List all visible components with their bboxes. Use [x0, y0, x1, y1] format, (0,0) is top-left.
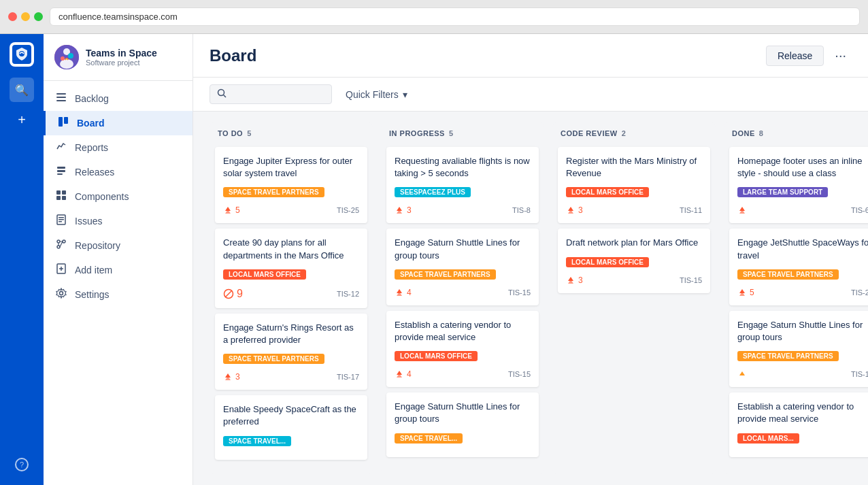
- sidebar-add[interactable]: +: [10, 107, 34, 132]
- card-tag: Space Travel Partners: [395, 269, 496, 280]
- card-meta: TIS-68: [737, 205, 868, 215]
- table-row[interactable]: Draft network plan for Mars Office Local…: [558, 229, 710, 292]
- column-todo-cards: Engage Jupiter Express for outer solar s…: [210, 144, 373, 474]
- column-done-title: DONE: [732, 129, 755, 137]
- nav-org-info: Teams in Space Software project: [86, 48, 157, 67]
- reports-icon: [54, 141, 68, 154]
- nav-items: Backlog Board Reports Releases: [44, 81, 193, 312]
- svg-point-30: [218, 90, 224, 96]
- sidebar-search[interactable]: 🔍: [10, 78, 34, 102]
- table-row[interactable]: Establish a catering vendor to provide m…: [729, 392, 868, 456]
- table-row[interactable]: Requesting avaliable flights is now taki…: [386, 147, 539, 223]
- svg-point-6: [68, 53, 73, 58]
- card-id: TIS-15: [508, 370, 531, 378]
- settings-icon: [54, 288, 68, 301]
- address-bar[interactable]: confluence.teamsinspace.com: [50, 7, 860, 26]
- column-done-cards: Homepage footer uses an inline style - s…: [724, 144, 868, 474]
- svg-rect-10: [59, 117, 63, 127]
- card-id: TIS-15: [680, 276, 702, 284]
- column-todo-count: 5: [247, 129, 252, 137]
- app-logo[interactable]: [10, 42, 34, 67]
- svg-point-23: [57, 240, 60, 243]
- sidebar-item-board[interactable]: Board: [44, 111, 193, 135]
- column-done-header: DONE 8: [724, 122, 868, 144]
- card-tag: Local Mars Office: [223, 269, 306, 280]
- table-row[interactable]: Register with the Mars Ministry of Reven…: [558, 147, 710, 223]
- card-meta: 4 TIS-15: [395, 369, 531, 379]
- svg-rect-20: [59, 217, 64, 218]
- card-priority: 5: [737, 288, 754, 297]
- card-priority: 4: [395, 288, 412, 297]
- card-priority: [737, 205, 747, 215]
- sidebar-item-components[interactable]: Components: [44, 184, 193, 209]
- sidebar-item-releases[interactable]: Releases: [44, 160, 193, 184]
- card-id: TIS-12: [337, 290, 359, 298]
- sidebar-item-settings[interactable]: Settings: [44, 282, 193, 307]
- table-row[interactable]: Create 90 day plans for all departments …: [215, 229, 367, 307]
- svg-rect-22: [59, 221, 62, 222]
- svg-point-4: [60, 59, 73, 69]
- backlog-icon: [54, 92, 68, 105]
- releases-label: Releases: [75, 167, 114, 178]
- filters-bar: Quick Filters ▾: [193, 78, 868, 112]
- table-row[interactable]: Engage Saturn's Rings Resort as a prefer…: [215, 314, 367, 390]
- svg-rect-7: [56, 93, 66, 95]
- sidebar-help[interactable]: ?: [10, 452, 34, 477]
- more-options-button[interactable]: ···: [829, 45, 852, 66]
- maximize-button[interactable]: [34, 12, 43, 21]
- sidebar-item-reports[interactable]: Reports: [44, 135, 193, 160]
- sidebar-item-backlog[interactable]: Backlog: [44, 86, 193, 111]
- priority-count: 9: [237, 288, 243, 300]
- search-input[interactable]: [231, 89, 324, 100]
- sidebar-item-repository[interactable]: Repository: [44, 233, 193, 258]
- card-tag: Large Team Support: [737, 187, 828, 197]
- repository-icon: [54, 239, 68, 252]
- nav-header: Teams in Space Software project: [44, 34, 193, 81]
- org-name: Teams in Space: [86, 48, 157, 58]
- releases-icon: [54, 165, 68, 179]
- settings-label: Settings: [75, 289, 110, 300]
- add-item-icon: [54, 263, 68, 277]
- priority-high-icon: [737, 205, 747, 215]
- table-row[interactable]: Homepage footer uses an inline style - s…: [729, 147, 868, 223]
- priority-count: 3: [578, 205, 583, 215]
- svg-rect-13: [57, 170, 65, 172]
- table-row[interactable]: Establish a catering vendor to provide m…: [386, 311, 539, 387]
- sidebar-item-add-item[interactable]: Add item: [44, 258, 193, 282]
- priority-count: 5: [235, 205, 240, 215]
- priority-high-icon: [737, 288, 747, 297]
- close-button[interactable]: [8, 12, 17, 21]
- card-meta: 3 TIS-11: [566, 205, 702, 215]
- browser-chrome: confluence.teamsinspace.com: [0, 0, 868, 34]
- svg-rect-21: [59, 219, 64, 220]
- table-row[interactable]: Engage Saturn Shuttle Lines for group to…: [386, 229, 539, 305]
- priority-high-icon: [395, 369, 404, 379]
- card-id: TIS-17: [337, 373, 359, 381]
- traffic-lights: [8, 12, 43, 21]
- search-box[interactable]: [210, 84, 332, 104]
- priority-count: 3: [407, 205, 412, 215]
- quick-filters-button[interactable]: Quick Filters ▾: [340, 86, 413, 103]
- table-row[interactable]: Engage Saturn Shuttle Lines for group to…: [386, 392, 539, 456]
- sidebar-item-issues[interactable]: Issues: [44, 209, 193, 233]
- minimize-button[interactable]: [21, 12, 30, 21]
- repository-label: Repository: [75, 240, 120, 251]
- card-meta: 3 TIS-8: [395, 205, 531, 215]
- nav-panel: Teams in Space Software project Backlog …: [44, 34, 193, 485]
- page-header: Board Release ···: [193, 34, 868, 78]
- svg-rect-18: [62, 196, 66, 200]
- card-title: Engage JetShuttle SpaceWays for travel: [737, 237, 868, 261]
- column-done-count: 8: [759, 129, 764, 137]
- card-tag: SeeSpaceEZ Plus: [395, 187, 471, 197]
- card-id: TIS-23: [851, 288, 868, 297]
- table-row[interactable]: Engage JetShuttle SpaceWays for travel S…: [729, 229, 868, 305]
- card-tag: Space Travel Partners: [223, 354, 324, 364]
- backlog-label: Backlog: [75, 93, 109, 104]
- priority-medium-icon: [737, 369, 747, 379]
- issues-label: Issues: [75, 216, 102, 227]
- quick-filters-label: Quick Filters: [346, 89, 399, 100]
- table-row[interactable]: Engage Saturn Shuttle Lines for group to…: [729, 311, 868, 387]
- table-row[interactable]: Engage Jupiter Express for outer solar s…: [215, 147, 367, 223]
- table-row[interactable]: Enable Speedy SpaceCraft as the preferre…: [215, 395, 367, 459]
- release-button[interactable]: Release: [766, 46, 824, 66]
